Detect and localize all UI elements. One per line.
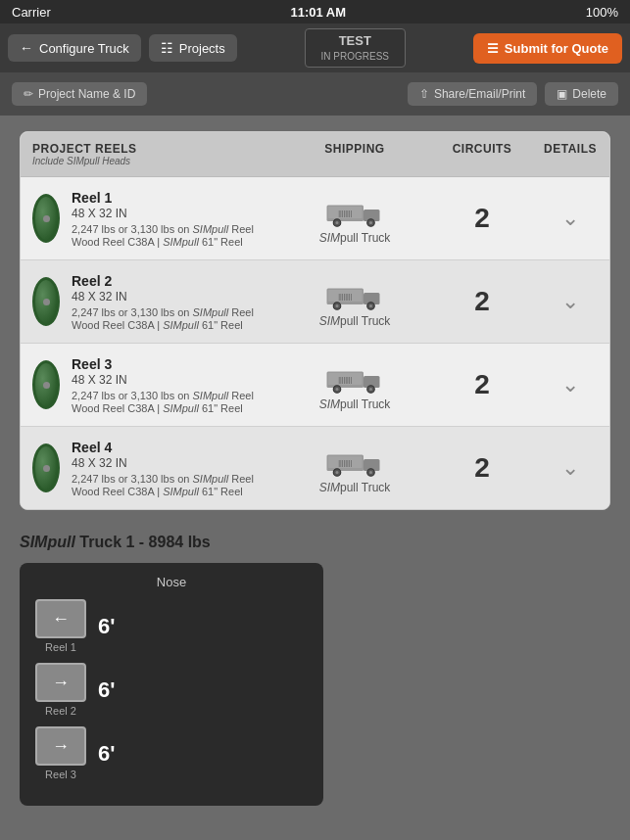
reel-3-weight: 2,247 lbs or 3,130 lbs on SIMpull Reel: [72, 390, 268, 401]
test-badge-line1: TEST: [321, 33, 389, 50]
reel-2-text: Reel 2 48 X 32 IN 2,247 lbs or 3,130 lbs…: [72, 273, 268, 331]
reel-1-text: Reel 1 48 X 32 IN 2,247 lbs or 3,130 lbs…: [72, 190, 268, 248]
table-header: PROJECT REELS Include SIMpull Heads SHIP…: [21, 132, 609, 177]
reel-4-text: Reel 4 48 X 32 IN 2,247 lbs or 3,130 lbs…: [72, 440, 268, 497]
reel-3-shipping: |||||||| SIMpull Truck: [276, 349, 433, 421]
reel-4-shipping: |||||||| SIMpull Truck: [276, 432, 433, 504]
share-button[interactable]: ⇧ Share/Email/Print: [408, 82, 537, 106]
reel-4-icon: [28, 439, 64, 497]
configure-truck-button[interactable]: ← Configure Truck: [8, 34, 141, 62]
slot-3-arrow: →: [52, 736, 70, 757]
projects-button[interactable]: ☷ Projects: [149, 34, 237, 62]
svg-point-3: [336, 221, 339, 224]
truck-svg-2: ||||||||: [325, 275, 384, 310]
reel-4-name: Reel 4: [72, 440, 268, 455]
test-badge-line2: IN PROGRESS: [321, 50, 389, 63]
status-bar: Carrier 11:01 AM 100%: [0, 0, 630, 23]
details-header: DETAILS: [531, 132, 609, 176]
circuits-header: CIRCUITS: [433, 132, 531, 176]
reel-2-icon: [28, 272, 64, 331]
slot-1-label: Reel 1: [45, 641, 76, 653]
slot-2-label: Reel 2: [45, 705, 76, 717]
submit-quote-button[interactable]: ☰ Submit for Quote: [473, 33, 622, 64]
truck-diagram: Nose ← Reel 1 6' → Reel 2: [20, 563, 323, 806]
svg-point-13: [369, 304, 372, 307]
svg-point-5: [369, 221, 372, 224]
truck-section-title: SIMpull Truck 1 - 8984 lbs: [20, 534, 610, 551]
shipping-header: SHIPPING: [276, 132, 433, 176]
reel-3-name: Reel 3: [72, 356, 268, 372]
reel-1-circuits: 2: [433, 203, 531, 234]
reel-3-text: Reel 3 48 X 32 IN 2,247 lbs or 3,130 lbs…: [72, 356, 268, 414]
reel-2-shipping-label: SIMpull Truck: [319, 314, 391, 328]
reel-3-size: 48 X 32 IN: [72, 373, 268, 387]
projects-label: Projects: [179, 41, 225, 56]
reel-2-details-chevron[interactable]: ⌄: [531, 289, 609, 314]
reel-2-circuits: 2: [433, 286, 531, 317]
truck-svg-3: ||||||||: [325, 358, 384, 394]
reel-2-name: Reel 2: [72, 273, 268, 289]
project-reels-header: PROJECT REELS Include SIMpull Heads: [21, 132, 276, 176]
truck-svg-4: ||||||||: [325, 442, 384, 477]
nose-label: Nose: [35, 575, 308, 589]
project-name-label: Project Name & ID: [38, 87, 135, 101]
delete-button[interactable]: ▣ Delete: [545, 82, 618, 106]
reel-3-circuits: 2: [433, 369, 531, 400]
reel-3-info: Reel 3 48 X 32 IN 2,247 lbs or 3,130 lbs…: [21, 344, 276, 426]
truck-slot-2: → Reel 2 6': [35, 663, 308, 717]
project-name-button[interactable]: ✏ Project Name & ID: [12, 82, 147, 106]
main-content: PROJECT REELS Include SIMpull Heads SHIP…: [0, 116, 630, 821]
sub-nav: ✏ Project Name & ID ⇧ Share/Email/Print …: [0, 72, 630, 116]
reel-4-weight: 2,247 lbs or 3,130 lbs on SIMpull Reel: [72, 473, 268, 485]
battery-label: 100%: [586, 5, 618, 20]
svg-point-21: [369, 388, 372, 391]
reel-2-shipping: |||||||| SIMpull Truck: [276, 265, 433, 338]
reel-1-specs: Wood Reel C38A | SIMpull 61" Reel: [72, 236, 268, 248]
slot-2-distance: 6': [98, 677, 115, 703]
slot-3-distance: 6': [98, 741, 115, 767]
svg-text:||||||||: ||||||||: [338, 376, 352, 384]
reel-3-details-chevron[interactable]: ⌄: [531, 372, 609, 397]
truck-icon: ←: [20, 40, 33, 56]
reel-2-size: 48 X 32 IN: [72, 290, 268, 303]
truck-slot-1: ← Reel 1 6': [35, 599, 308, 653]
reel-2-info: Reel 2 48 X 32 IN 2,247 lbs or 3,130 lbs…: [21, 260, 276, 343]
reel-4-details-chevron[interactable]: ⌄: [531, 455, 609, 481]
delete-icon: ▣: [557, 87, 567, 101]
svg-point-27: [336, 471, 339, 474]
status-bar-right: 100%: [586, 5, 618, 20]
nav-bar: ← Configure Truck ☷ Projects TEST IN PRO…: [0, 23, 630, 72]
reel-3-specs: Wood Reel C38A | SIMpull 61" Reel: [72, 402, 268, 414]
reel-1-info: Reel 1 48 X 32 IN 2,247 lbs or 3,130 lbs…: [21, 177, 276, 259]
slot-1-distance: 6': [98, 614, 115, 639]
reel-3-icon: [28, 355, 64, 414]
reel-1-size: 48 X 32 IN: [72, 207, 268, 220]
project-reels-subtitle: Include SIMpull Heads: [32, 156, 265, 166]
project-name-icon: ✏: [24, 87, 33, 101]
slot-3-label: Reel 3: [45, 769, 76, 780]
reel-1-details-chevron[interactable]: ⌄: [531, 206, 609, 231]
svg-point-19: [336, 388, 339, 391]
svg-text:||||||||: ||||||||: [338, 293, 352, 301]
reel-3-shipping-label: SIMpull Truck: [319, 397, 391, 411]
reel-4-circuits: 2: [433, 452, 531, 484]
svg-point-11: [336, 304, 339, 307]
submit-icon: ☰: [487, 41, 499, 56]
reel-table: PROJECT REELS Include SIMpull Heads SHIP…: [20, 131, 610, 510]
truck-svg-1: ||||||||: [325, 192, 384, 227]
svg-text:||||||||: ||||||||: [338, 459, 352, 467]
reel-1-icon: [28, 189, 64, 248]
reel-4-size: 48 X 32 IN: [72, 456, 268, 470]
reel-2-weight: 2,247 lbs or 3,130 lbs on SIMpull Reel: [72, 306, 268, 318]
reel-1-weight: 2,247 lbs or 3,130 lbs on SIMpull Reel: [72, 223, 268, 235]
submit-label: Submit for Quote: [505, 41, 608, 56]
share-label: Share/Email/Print: [434, 87, 525, 101]
slot-1-arrow: ←: [52, 609, 70, 630]
table-row: Reel 3 48 X 32 IN 2,247 lbs or 3,130 lbs…: [21, 344, 609, 427]
project-reels-title: PROJECT REELS: [32, 142, 265, 156]
slot-2-arrow: →: [52, 673, 70, 693]
table-row: Reel 1 48 X 32 IN 2,247 lbs or 3,130 lbs…: [21, 177, 609, 260]
svg-text:||||||||: ||||||||: [338, 210, 352, 217]
projects-icon: ☷: [161, 40, 173, 56]
svg-point-29: [369, 471, 372, 474]
